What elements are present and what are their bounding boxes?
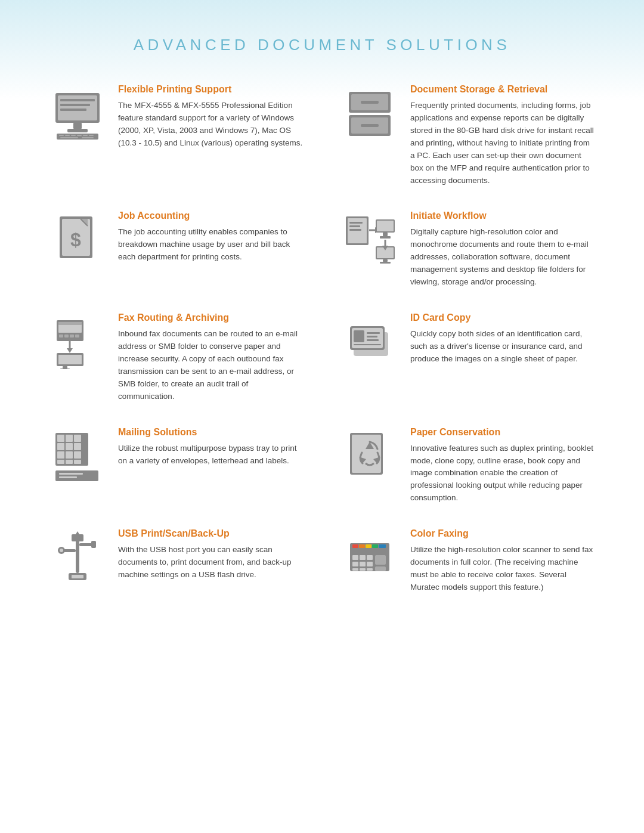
svg-rect-101 [360, 555, 366, 560]
feature-content-document-storage: Document Storage & Retrieval Frequently … [410, 84, 596, 187]
feature-title-job-accounting: Job Accounting [118, 210, 304, 221]
svg-rect-80 [59, 476, 77, 478]
workflow-icon [340, 210, 400, 270]
svg-rect-95 [352, 544, 358, 548]
svg-rect-66 [57, 435, 64, 442]
feature-fax-routing: Fax Routing & Archiving Inbound fax docu… [48, 312, 304, 403]
feature-title-id-card-copy: ID Card Copy [410, 312, 596, 323]
feature-content-paper-conservation: Paper Conservation Innovative features s… [410, 427, 596, 505]
svg-rect-49 [75, 335, 79, 337]
feature-title-usb-print: USB Print/Scan/Back-Up [118, 528, 304, 539]
svg-rect-48 [70, 335, 74, 337]
svg-rect-109 [375, 555, 386, 565]
page-title: ADVANCED DOCUMENT SOLUTIONS [48, 36, 596, 54]
svg-rect-12 [83, 135, 88, 136]
svg-text:$: $ [70, 229, 81, 250]
svg-rect-10 [71, 135, 76, 136]
svg-rect-103 [352, 562, 358, 566]
feature-text-usb-print: With the USB host port you can easily sc… [118, 544, 304, 581]
svg-rect-21 [361, 124, 379, 127]
feature-title-flexible-printing: Flexible Printing Support [118, 84, 304, 95]
svg-rect-97 [366, 544, 371, 548]
feature-title-paper-conservation: Paper Conservation [410, 427, 596, 438]
svg-rect-41 [380, 262, 391, 264]
color-fax-icon [340, 528, 400, 588]
feature-text-color-faxing: Utilize the high-resolution color scanne… [410, 544, 596, 594]
feature-text-job-accounting: The job accounting utility enables compa… [118, 226, 304, 264]
svg-rect-107 [360, 568, 366, 571]
svg-rect-61 [367, 332, 380, 334]
svg-rect-99 [379, 544, 386, 548]
feature-usb-print: USB Print/Scan/Back-Up With the USB host… [48, 528, 304, 594]
svg-rect-105 [367, 562, 373, 566]
svg-rect-82 [352, 435, 381, 473]
svg-rect-72 [57, 451, 64, 459]
monitor-icon [48, 84, 107, 144]
svg-rect-91 [91, 541, 96, 548]
svg-rect-84 [72, 534, 83, 541]
mailing-icon [48, 427, 107, 487]
svg-rect-73 [66, 451, 73, 459]
svg-rect-98 [372, 544, 378, 548]
feature-job-accounting: $ Job Accounting The job accounting util… [48, 210, 304, 289]
svg-rect-46 [59, 335, 63, 337]
svg-marker-52 [67, 348, 73, 353]
svg-rect-40 [383, 259, 388, 262]
feature-text-id-card-copy: Quickly copy both sides of an identifica… [410, 328, 596, 366]
svg-rect-54 [58, 355, 82, 364]
features-grid: Flexible Printing Support The MFX-4555 &… [48, 84, 596, 594]
feature-text-fax-routing: Inbound fax documents can be routed to a… [118, 328, 304, 403]
svg-rect-15 [82, 137, 94, 138]
svg-rect-14 [60, 137, 78, 138]
svg-rect-35 [377, 221, 394, 231]
document-storage-icon [340, 84, 400, 144]
svg-rect-63 [367, 339, 379, 341]
feature-title-fax-routing: Fax Routing & Archiving [118, 312, 304, 323]
feature-content-job-accounting: Job Accounting The job accounting utilit… [118, 210, 304, 264]
svg-rect-104 [360, 562, 366, 566]
feature-content-initiate-workflow: Initiate Workflow Digitally capture high… [410, 210, 596, 289]
fax-routing-icon [48, 312, 107, 372]
svg-rect-2 [60, 99, 95, 101]
svg-rect-36 [383, 233, 388, 236]
feature-content-flexible-printing: Flexible Printing Support The MFX-4555 &… [118, 84, 304, 150]
svg-rect-83 [76, 537, 79, 573]
feature-paper-conservation: Paper Conservation Innovative features s… [340, 427, 596, 505]
feature-flexible-printing: Flexible Printing Support The MFX-4555 &… [48, 84, 304, 187]
svg-rect-69 [57, 443, 64, 450]
feature-initiate-workflow: Initiate Workflow Digitally capture high… [340, 210, 596, 289]
svg-rect-67 [66, 435, 73, 442]
svg-rect-70 [66, 443, 73, 450]
svg-rect-7 [57, 134, 98, 140]
svg-rect-29 [349, 222, 363, 224]
feature-id-card-copy: ID Card Copy Quickly copy both sides of … [340, 312, 596, 403]
feature-text-document-storage: Frequently printed documents, including … [410, 100, 596, 187]
feature-text-paper-conservation: Innovative features such as duplex print… [410, 442, 596, 505]
recycle-icon [340, 427, 400, 487]
svg-rect-4 [60, 109, 86, 111]
svg-rect-77 [74, 460, 81, 464]
svg-rect-76 [66, 460, 73, 464]
svg-rect-47 [64, 335, 69, 337]
svg-rect-108 [367, 568, 373, 571]
svg-marker-92 [76, 531, 79, 534]
feature-text-flexible-printing: The MFX-4555 & MFX-5555 Professional Edi… [118, 100, 304, 150]
svg-rect-106 [352, 568, 358, 571]
svg-rect-8 [59, 135, 64, 136]
usb-icon [48, 528, 107, 588]
feature-title-mailing-solutions: Mailing Solutions [118, 427, 304, 438]
feature-content-fax-routing: Fax Routing & Archiving Inbound fax docu… [118, 312, 304, 403]
svg-rect-18 [361, 101, 379, 104]
svg-rect-110 [375, 566, 386, 571]
feature-content-color-faxing: Color Faxing Utilize the high-resolution… [410, 528, 596, 594]
svg-rect-60 [354, 330, 364, 342]
svg-rect-31 [349, 229, 361, 231]
svg-rect-75 [57, 460, 64, 464]
svg-rect-13 [89, 135, 94, 136]
svg-rect-102 [367, 555, 373, 560]
svg-rect-5 [73, 123, 82, 129]
feature-document-storage: Document Storage & Retrieval Frequently … [340, 84, 596, 187]
svg-point-89 [60, 549, 63, 552]
feature-title-document-storage: Document Storage & Retrieval [410, 84, 596, 95]
svg-rect-71 [74, 443, 81, 450]
